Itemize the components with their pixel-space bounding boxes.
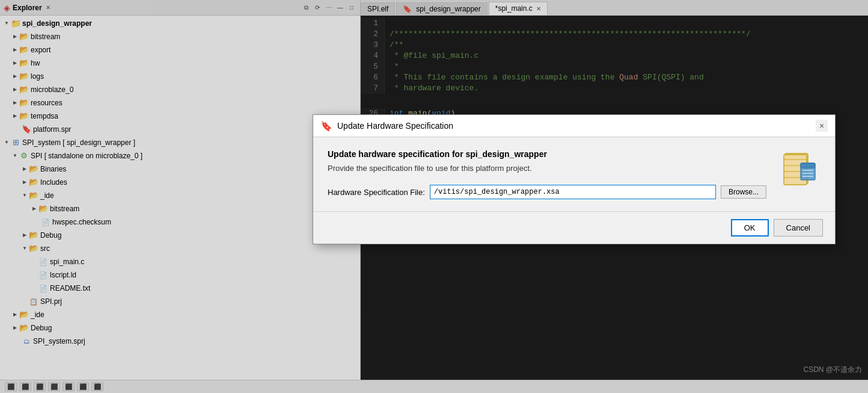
dialog-close-button[interactable]: × [816, 120, 828, 132]
browse-button[interactable]: Browse... [721, 185, 766, 199]
dialog-footer: OK Cancel [313, 211, 835, 244]
dialog-subtext: Provide the specification file to use fo… [328, 164, 766, 173]
hw-spec-svg-icon [780, 151, 819, 190]
update-hw-spec-dialog: 🔖 Update Hardware Specification × Update… [313, 114, 836, 244]
svg-rect-7 [801, 163, 815, 168]
dialog-heading: Update hardware specification for spi_de… [328, 149, 766, 159]
hw-spec-file-input[interactable] [430, 185, 716, 199]
dialog-body: Update hardware specification for spi_de… [313, 137, 835, 211]
hw-spec-file-label: Hardware Specification File: [328, 188, 425, 197]
dialog-titlebar: 🔖 Update Hardware Specification × [313, 115, 835, 137]
dialog-title: Update Hardware Specification [337, 121, 811, 131]
dialog-content: Update hardware specification for spi_de… [328, 149, 766, 199]
cancel-button[interactable]: Cancel [774, 219, 823, 237]
modal-overlay: 🔖 Update Hardware Specification × Update… [0, 0, 868, 393]
hw-spec-form-row: Hardware Specification File: Browse... [328, 185, 766, 199]
ok-button[interactable]: OK [731, 219, 769, 237]
dialog-side-icon [778, 149, 821, 191]
dialog-title-icon: 🔖 [320, 120, 332, 132]
